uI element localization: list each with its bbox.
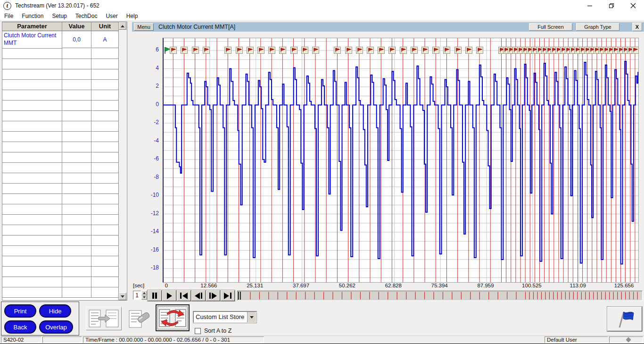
trigger-flag-icon[interactable] xyxy=(632,47,639,54)
graph-type-button[interactable]: Graph Type xyxy=(576,23,619,31)
trigger-flag-icon[interactable] xyxy=(454,47,462,54)
table-cell xyxy=(91,152,118,163)
menu-item-function[interactable]: Function xyxy=(17,12,48,20)
table-row xyxy=(2,142,118,152)
trigger-flag-icon[interactable] xyxy=(465,47,472,54)
timeline-scrubber[interactable] xyxy=(237,291,643,301)
table-row xyxy=(2,152,118,163)
record-snapshot-button[interactable] xyxy=(126,307,153,330)
full-screen-button[interactable]: Full Screen xyxy=(529,23,572,31)
y-axis-label: -10 xyxy=(140,192,159,198)
trigger-flag-icon[interactable] xyxy=(378,47,385,54)
graph-header: Menu Clutch Motor Current MMT[A] Full Sc… xyxy=(132,22,644,32)
trigger-flag-icon[interactable] xyxy=(367,47,374,54)
go-to-end-button[interactable] xyxy=(221,290,235,301)
trigger-flag-icon[interactable] xyxy=(236,47,243,54)
menu-item-techdoc[interactable]: TechDoc xyxy=(71,12,102,20)
menu-item-file[interactable]: File xyxy=(0,12,17,20)
table-cell xyxy=(91,69,118,80)
x-axis-label: 12.566 xyxy=(200,283,217,288)
trigger-flag-icon[interactable] xyxy=(170,47,177,54)
trigger-flag-icon[interactable] xyxy=(257,47,264,54)
trigger-flag-icon[interactable] xyxy=(432,47,439,54)
trigger-flag-icon[interactable] xyxy=(279,47,286,54)
table-cell xyxy=(2,194,62,204)
menu-item-user[interactable]: User xyxy=(101,12,122,20)
copy-data-list-button[interactable] xyxy=(86,307,122,330)
table-cell xyxy=(2,90,62,101)
trigger-flag-icon[interactable] xyxy=(476,47,483,54)
table-cell xyxy=(91,184,118,194)
table-cell xyxy=(91,204,118,215)
trigger-flag-icon[interactable] xyxy=(411,47,418,54)
menu-item-setup[interactable]: Setup xyxy=(48,12,71,20)
status-time-frame: Time/Frame : 00.00.000 - 00.00.000 - 02.… xyxy=(83,336,264,343)
y-axis-label: -4 xyxy=(140,137,159,144)
play-icon xyxy=(167,293,172,299)
table-cell xyxy=(2,80,62,90)
trigger-flag-icon[interactable] xyxy=(268,47,275,54)
scroll-down-button[interactable] xyxy=(119,293,126,300)
frame-step-spinner[interactable]: 1 xyxy=(133,291,141,300)
trigger-flag-icon[interactable] xyxy=(400,47,407,54)
trigger-flag-icon[interactable] xyxy=(388,47,396,54)
trigger-flag-icon[interactable] xyxy=(345,47,352,54)
sort-a-to-z-checkbox[interactable] xyxy=(195,328,201,334)
table-row xyxy=(2,256,118,267)
restore-button[interactable] xyxy=(601,0,622,11)
trigger-flag-icon[interactable] xyxy=(312,47,319,54)
back-button[interactable]: Back xyxy=(4,320,36,334)
trigger-flag-icon[interactable] xyxy=(356,47,363,54)
table-row xyxy=(2,267,118,277)
step-forward-button[interactable] xyxy=(206,290,220,301)
step-back-button[interactable] xyxy=(191,290,206,301)
table-cell xyxy=(91,80,118,90)
hide-button[interactable]: Hide xyxy=(39,304,71,318)
status-code: S420-02 xyxy=(1,336,41,343)
table-row[interactable]: Clutch Motor Current MMT0,0A xyxy=(2,31,118,49)
y-axis-labels: 6420-2-4-6-8-10-12-14-16-18 xyxy=(132,38,161,282)
graph-close-button[interactable]: X xyxy=(632,23,642,31)
table-cell xyxy=(2,121,62,132)
reorder-list-button[interactable] xyxy=(156,304,190,331)
trigger-flag-icon[interactable] xyxy=(192,47,199,54)
parameter-table-scrollbar[interactable] xyxy=(119,22,126,300)
trigger-flag-icon[interactable] xyxy=(443,47,450,54)
minimize-button[interactable] xyxy=(579,0,601,11)
table-cell xyxy=(62,152,91,163)
trigger-flag-icon[interactable] xyxy=(290,47,297,54)
graph-menu-button[interactable]: Menu xyxy=(134,23,154,31)
table-cell xyxy=(91,235,118,246)
trigger-flag-icon[interactable] xyxy=(334,47,341,54)
y-axis-label: -14 xyxy=(140,228,159,235)
action-button-box: Print Hide Back Overlap xyxy=(1,302,79,336)
scroll-up-button[interactable] xyxy=(119,22,126,30)
trigger-flag-icon[interactable] xyxy=(224,47,231,54)
dropdown-button[interactable] xyxy=(247,312,256,322)
trigger-flag-icon[interactable] xyxy=(301,47,308,54)
plot-area[interactable] xyxy=(163,38,639,283)
play-button[interactable] xyxy=(162,290,176,301)
table-row: ParameterValueUnit xyxy=(2,22,118,31)
close-button[interactable] xyxy=(622,0,644,11)
pause-button[interactable] xyxy=(148,290,162,301)
trigger-flag-icon[interactable] xyxy=(203,47,210,54)
trigger-flag-icon[interactable] xyxy=(247,47,254,54)
menu-item-help[interactable]: Help xyxy=(122,12,142,20)
go-to-start-button[interactable] xyxy=(177,290,191,301)
flag-button[interactable] xyxy=(607,307,642,331)
spinner-up-button[interactable] xyxy=(141,291,147,295)
table-cell xyxy=(91,225,118,235)
list-store-select[interactable]: Custom List Store xyxy=(193,311,256,323)
sort-a-to-z-label: Sort A to Z xyxy=(204,327,231,334)
table-cell xyxy=(2,235,62,246)
y-axis-label: -12 xyxy=(140,210,159,217)
arrow-up-icon xyxy=(121,25,124,27)
table-cell xyxy=(62,287,91,298)
trigger-flag-icon[interactable] xyxy=(181,47,188,54)
table-cell xyxy=(2,246,62,256)
overlap-button[interactable]: Overlap xyxy=(39,320,73,334)
trigger-flag-icon[interactable] xyxy=(421,47,429,54)
print-button[interactable]: Print xyxy=(4,304,36,318)
spinner-down-button[interactable] xyxy=(141,295,147,300)
